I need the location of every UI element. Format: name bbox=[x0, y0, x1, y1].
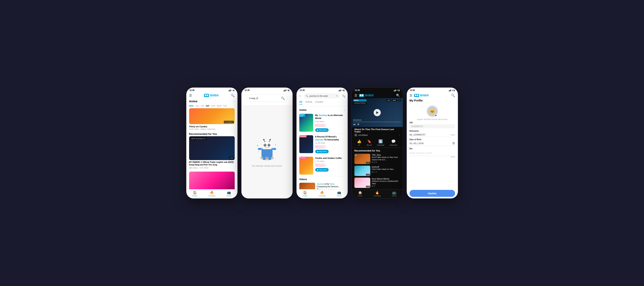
video-quality-controls: 1.0X 360P ⛶ bbox=[386, 99, 401, 101]
nickname-input[interactable] bbox=[410, 133, 450, 137]
menu-icon-p1[interactable]: ☰ bbox=[189, 94, 192, 97]
play-now-btn-1[interactable]: ▶ Play Now bbox=[315, 128, 329, 132]
play-pause-btn[interactable] bbox=[374, 109, 381, 116]
bio-label: Bio bbox=[410, 148, 455, 150]
anime-meta: 92.8K Views · History / Adventure bbox=[189, 128, 235, 130]
nav-trending-p1[interactable]: 🔥 Trending bbox=[203, 190, 220, 198]
search-submit-icon-p2[interactable]: 🔍 bbox=[281, 96, 285, 100]
anime-more-btn[interactable]: › bbox=[344, 109, 345, 111]
anime-icon-p3: 📺 bbox=[337, 191, 341, 194]
day-sun[interactable]: SUN bbox=[211, 105, 215, 107]
time-p1: 12:30 bbox=[190, 89, 195, 91]
play-now-btn-2[interactable]: ▶ Play Now bbox=[315, 150, 329, 153]
video-progress-bar[interactable] bbox=[353, 122, 401, 122]
dark-rec-views-1: ▶ 56.0K bbox=[372, 161, 400, 163]
search-icon-p4[interactable]: 🔍 bbox=[396, 94, 400, 97]
video-controls-overlay: 00:02/23:41 ⏮ ⚙ bbox=[353, 119, 401, 126]
channel-chevron[interactable]: › bbox=[399, 134, 400, 136]
svg-rect-29 bbox=[362, 94, 363, 96]
dob-input[interactable] bbox=[410, 141, 455, 146]
video-control-buttons: ⏮ ⚙ bbox=[353, 123, 401, 126]
resolution-badge[interactable]: 360P bbox=[392, 99, 397, 101]
filter-creator[interactable]: Creator bbox=[315, 100, 323, 104]
dark-rec-2[interactable]: 1:30 kyokuoff Final Trailer Attack on Ti… bbox=[352, 165, 403, 177]
back-button-p3[interactable]: ← bbox=[299, 94, 302, 98]
menu-icon-p4[interactable]: ☰ bbox=[354, 94, 357, 97]
day-mon[interactable]: MON bbox=[217, 105, 222, 107]
mylist-action[interactable]: 🔖 My List bbox=[367, 139, 372, 146]
rec-card-main[interactable]: DATE November 24 0:55 bbox=[189, 136, 235, 160]
video-result-1[interactable]: 1:49:36 Journey to the West- Conquering … bbox=[296, 182, 348, 189]
search-bar-p2[interactable]: 🔍 bbox=[246, 94, 288, 102]
nav-anime-p3[interactable]: 📺 Anime bbox=[330, 190, 348, 198]
nav-trending-p4[interactable]: 🔥 Trending bbox=[369, 190, 386, 198]
filter-all[interactable]: All bbox=[299, 100, 302, 104]
status-icons-p3: ▾ ▮ bbox=[338, 89, 344, 91]
avatar-upload-circle[interactable]: 🐱 📷 bbox=[426, 105, 438, 117]
day-sat[interactable]: SAT bbox=[206, 105, 210, 107]
anime-result-3[interactable]: Premium Youths and Golden Coffin 1.7M Vi… bbox=[296, 155, 348, 176]
views-icon-3: ▶ bbox=[372, 185, 373, 187]
licensed-badge: Licensed Premium bbox=[353, 102, 367, 104]
video-time: 00:02/23:41 bbox=[353, 119, 401, 121]
search-icon-p1[interactable]: 🔍 bbox=[231, 94, 235, 97]
nav-trending-p3[interactable]: 🔥 Trending bbox=[314, 190, 330, 198]
search-icon-p5[interactable]: 🔍 bbox=[451, 94, 455, 97]
search-bar-p3[interactable]: 🔍 journey to the west ✕ bbox=[304, 93, 340, 98]
anime-chevron[interactable]: › bbox=[234, 100, 235, 103]
like-icon: 👍 bbox=[357, 139, 361, 144]
anime-result-1[interactable]: BILIBILIONLY My Journey in an Alternate … bbox=[296, 112, 348, 134]
bio-group: Bio Please introduce yourself 0/150 bbox=[410, 148, 455, 158]
playback-speed[interactable]: 1.0X bbox=[386, 99, 391, 101]
trending-icon-p1: 🔥 bbox=[210, 191, 214, 194]
featured-anime-card[interactable]: E5 updated bbox=[189, 108, 235, 124]
comments-action[interactable]: 💬 Comments bbox=[390, 139, 397, 146]
prev-btn[interactable]: ⏮ bbox=[353, 123, 356, 126]
bilibili-logo-p1: BiliBili bbox=[204, 93, 219, 97]
wifi-icon-p3: ▾ bbox=[342, 89, 342, 91]
no-results-message: No relevant results were found bbox=[252, 165, 282, 167]
clear-search-btn[interactable]: ✕ bbox=[336, 94, 338, 97]
nav-home-p1[interactable]: 🏠 Home bbox=[186, 190, 203, 198]
anime-badge-2: Premium bbox=[299, 135, 307, 137]
day-tue[interactable]: TUE bbox=[223, 105, 227, 107]
anime-result-info-1: My Journey in an Alternate World 2.5M Vi… bbox=[315, 114, 345, 132]
anime-info: Thirty-six Cavalry 92.8K Views · History… bbox=[186, 124, 238, 131]
video-player-area[interactable]: BiliBili Licensed Premium 1.0X 360P ⛶ 00… bbox=[352, 98, 403, 127]
battery-icon-p4: ▮ bbox=[398, 89, 400, 91]
nav-anime-p1[interactable]: 📺 Anime bbox=[220, 190, 238, 198]
anime-result-2[interactable]: Premium A Record Of Mortal's Journey To … bbox=[296, 134, 348, 155]
bio-input-area[interactable]: Please introduce yourself bbox=[410, 150, 455, 156]
scroll-content-p1: Anime › WED THU FRI SAT SUN MON TUE E5 u… bbox=[186, 99, 238, 189]
like-action[interactable]: 👍 67 bbox=[357, 139, 361, 146]
header-left-p4: ☰ BiliBili bbox=[354, 93, 374, 97]
nav-home-p3[interactable]: 🏠 Home bbox=[296, 190, 314, 198]
day-wed[interactable]: WED bbox=[189, 105, 194, 107]
svg-rect-19 bbox=[258, 148, 262, 150]
download-action[interactable]: ⬇️ Download bbox=[377, 139, 384, 146]
day-thu[interactable]: THU bbox=[195, 105, 200, 107]
dark-rec-3[interactable]: 1:10 Ance Manzo Altovar shikimori not ju… bbox=[352, 177, 403, 189]
rec-card-2[interactable] bbox=[189, 172, 235, 189]
wifi-icon-p2: ▾ bbox=[286, 89, 288, 91]
search-submit-p3[interactable]: 🔍 bbox=[342, 94, 345, 97]
nav-home-p4[interactable]: 🏠 Home bbox=[352, 190, 369, 198]
settings-btn[interactable]: ⚙ bbox=[357, 123, 359, 126]
menu-icon-p5[interactable]: ☰ bbox=[410, 94, 412, 97]
svg-text:✦: ✦ bbox=[274, 148, 275, 150]
svg-rect-0 bbox=[204, 94, 209, 97]
bilibili-text-p4: BiliBili bbox=[365, 94, 374, 97]
bio-placeholder-text: Please introduce yourself bbox=[410, 151, 455, 155]
dark-rec-1[interactable]: 🔒 👤 0:21 TDK_Riya Final Trailer Attack o… bbox=[352, 153, 403, 165]
fullscreen-btn[interactable]: ⛶ bbox=[398, 99, 401, 101]
day-fri[interactable]: FRI bbox=[201, 105, 204, 107]
status-bar-p1: 12:30 ▾ ▮ bbox=[186, 88, 238, 92]
filter-anime[interactable]: Anime bbox=[306, 100, 312, 104]
nav-anime-p4[interactable]: 📺 Anime bbox=[386, 190, 403, 198]
search-input-p2[interactable] bbox=[249, 97, 279, 100]
play-now-btn-3[interactable]: ▶ Play Now bbox=[315, 168, 329, 172]
update-profile-btn[interactable]: Update bbox=[410, 190, 455, 197]
results-scroll: Anime › BILIBILIONLY My Journey in an Al… bbox=[296, 106, 348, 189]
search-container-p2: 🔍 bbox=[242, 92, 292, 105]
rec-author: yirang · 3.2K Views bbox=[189, 167, 235, 169]
